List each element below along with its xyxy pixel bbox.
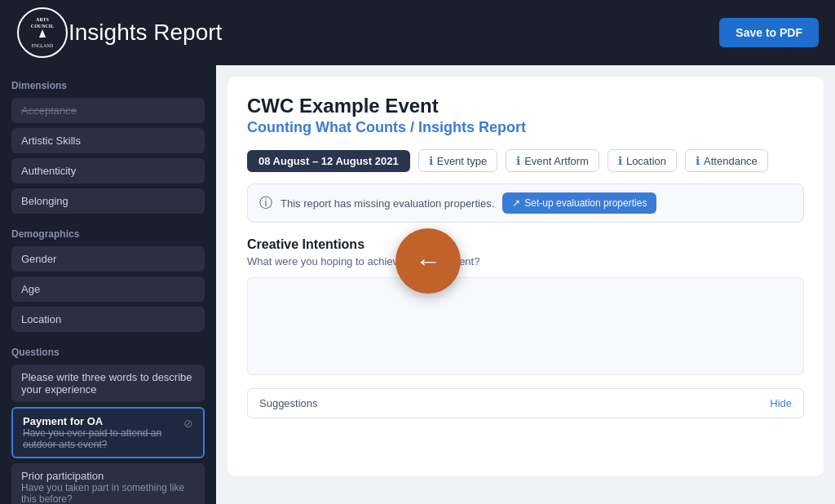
info-icon: ℹ — [429, 154, 433, 167]
sidebar-item-authenticity[interactable]: Authenticity — [11, 158, 205, 183]
suggestions-label: Suggestions — [259, 397, 318, 409]
sidebar-item-payment-oa[interactable]: Payment for OA Have you ever paid to att… — [11, 407, 205, 458]
meta-event-type[interactable]: ℹ Event type — [418, 149, 497, 172]
back-button[interactable]: ← — [395, 228, 461, 294]
svg-text:COUNCIL: COUNCIL — [31, 24, 54, 29]
arts-council-logo: ARTS COUNCIL ENGLAND — [16, 7, 68, 59]
sidebar-item-acceptance[interactable]: Acceptance — [11, 98, 205, 123]
sidebar-item-age[interactable]: Age — [11, 276, 205, 302]
content-area: ← CWC Example Event Counting What Counts… — [216, 65, 835, 504]
main-layout: Dimensions Acceptance Artistic Skills Au… — [0, 65, 835, 504]
sidebar-item-label: Please write three words to describe you… — [21, 371, 192, 396]
missing-banner-text: This report has missing evaluation prope… — [281, 197, 494, 210]
info-icon: ℹ — [696, 154, 700, 167]
suggestions-hide-button[interactable]: Hide — [770, 397, 792, 409]
visibility-off-icon: ⊘ — [183, 417, 193, 430]
missing-properties-banner: ⓘ This report has missing evaluation pro… — [247, 183, 804, 223]
sidebar-item-subtitle: Have you taken part in something like th… — [21, 482, 195, 504]
sidebar-item-artistic-skills[interactable]: Artistic Skills — [11, 128, 205, 153]
meta-attendance[interactable]: ℹ Attendance — [685, 149, 768, 172]
sidebar-item-three-words[interactable]: Please write three words to describe you… — [11, 365, 205, 402]
info-icon: ℹ — [516, 154, 520, 167]
event-meta: 08 August – 12 August 2021 ℹ Event type … — [247, 149, 804, 172]
page-title: Insights Report — [68, 20, 719, 46]
sidebar-item-label: Acceptance — [21, 104, 77, 117]
info-icon: ℹ — [618, 154, 622, 167]
dimensions-section-label: Dimensions — [11, 80, 205, 91]
sidebar-item-label: Artistic Skills — [21, 135, 81, 147]
meta-tag-label: Event Artform — [524, 155, 589, 167]
warning-icon: ⓘ — [259, 195, 272, 212]
questions-section-label: Questions — [11, 347, 205, 358]
sidebar: Dimensions Acceptance Artistic Skills Au… — [0, 65, 216, 504]
save-pdf-button[interactable]: Save to PDF — [719, 18, 819, 47]
section-subtext: What were you hoping to achieve with thi… — [247, 255, 804, 267]
response-area — [247, 277, 804, 375]
sidebar-item-title: Payment for OA — [23, 415, 183, 427]
sidebar-item-location[interactable]: Location — [11, 307, 205, 332]
svg-text:ENGLAND: ENGLAND — [32, 43, 54, 48]
sidebar-item-title: Prior participation — [21, 470, 195, 482]
app-header: ARTS COUNCIL ENGLAND Insights Report Sav… — [0, 0, 835, 65]
setup-evaluation-button[interactable]: ↗ Set-up evaluation properties — [502, 192, 656, 214]
sidebar-item-belonging[interactable]: Belonging — [11, 188, 205, 214]
section-heading: Creative Intentions — [247, 237, 804, 252]
sidebar-item-label: Belonging — [21, 195, 68, 207]
content-card: CWC Example Event Counting What Counts /… — [228, 77, 824, 476]
external-link-icon: ↗ — [512, 197, 520, 209]
event-subtitle: Counting What Counts / Insights Report — [247, 119, 804, 136]
sidebar-item-label: Location — [21, 313, 61, 325]
sidebar-item-prior-participation[interactable]: Prior participation Have you taken part … — [11, 463, 205, 504]
meta-location[interactable]: ℹ Location — [607, 149, 677, 172]
meta-tag-label: Location — [626, 155, 666, 167]
sidebar-item-subtitle: Have you ever paid to attend an outdoor … — [23, 427, 183, 450]
svg-text:ARTS: ARTS — [36, 17, 49, 22]
demographics-section-label: Demographics — [11, 228, 205, 240]
meta-tag-label: Event type — [437, 155, 487, 167]
sidebar-item-label: Gender — [21, 253, 56, 265]
event-title: CWC Example Event — [247, 95, 804, 117]
event-date-range: 08 August – 12 August 2021 — [247, 150, 410, 172]
sidebar-item-label: Authenticity — [21, 165, 76, 177]
sidebar-item-gender[interactable]: Gender — [11, 246, 205, 272]
back-arrow-icon: ← — [415, 248, 441, 274]
meta-event-artform[interactable]: ℹ Event Artform — [506, 149, 599, 172]
sidebar-item-label: Age — [21, 283, 40, 295]
meta-tag-label: Attendance — [704, 155, 758, 167]
suggestions-bar: Suggestions Hide — [247, 388, 804, 418]
